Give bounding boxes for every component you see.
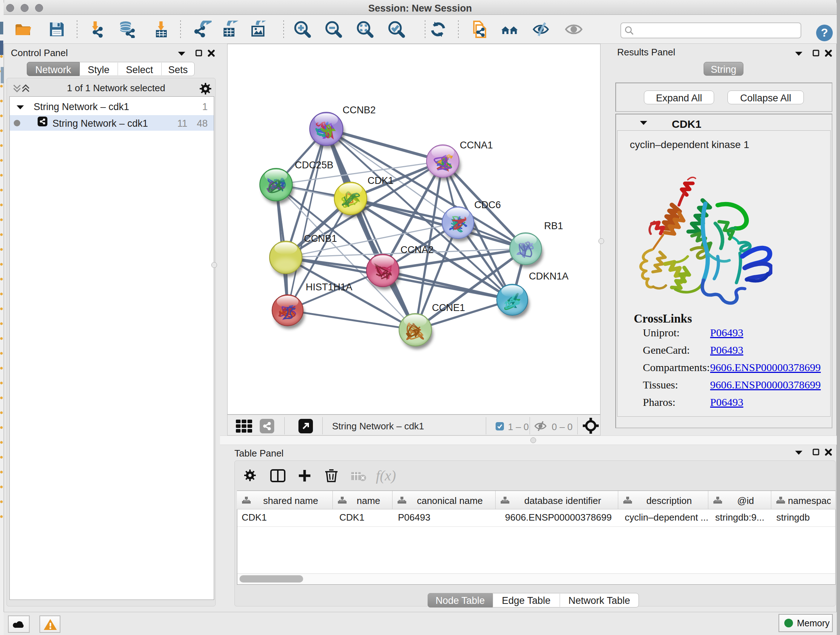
svg-text:CCNA2: CCNA2 [401,244,434,255]
svg-text:CCNB1: CCNB1 [304,233,337,244]
svg-text:CCNE1: CCNE1 [432,302,465,313]
svg-text:CDKN1A: CDKN1A [529,271,569,282]
svg-text:CCNA1: CCNA1 [460,140,493,150]
svg-text:CCNB2: CCNB2 [343,105,376,116]
svg-text:CDK1: CDK1 [368,175,393,186]
svg-text:CDC6: CDC6 [474,200,501,211]
svg-text:?: ? [821,26,828,39]
svg-text:RB1: RB1 [544,220,563,231]
svg-text:HIST1H1A: HIST1H1A [306,282,352,293]
svg-text:CDC25B: CDC25B [295,160,333,171]
